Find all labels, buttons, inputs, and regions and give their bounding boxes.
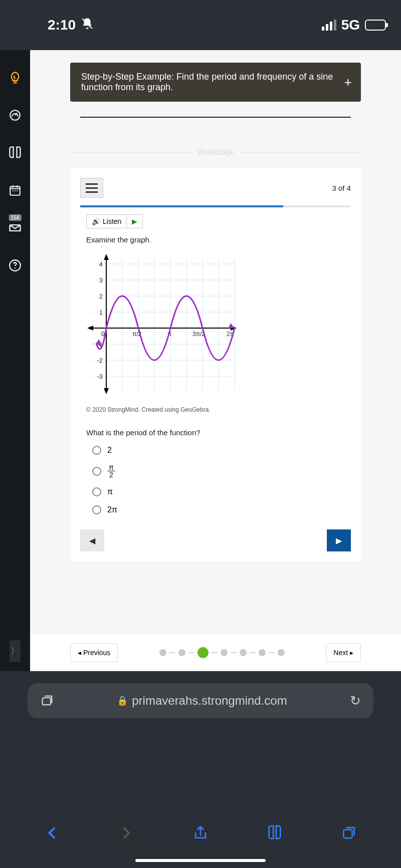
mail-icon[interactable]: 154 xyxy=(8,220,23,235)
svg-text:3: 3 xyxy=(99,277,103,284)
example-header[interactable]: Step-by-Step Example: Find the period an… xyxy=(70,63,361,102)
speaker-icon: 🔊 xyxy=(92,217,100,225)
svg-point-5 xyxy=(17,190,18,191)
status-time: 2:10 xyxy=(48,17,76,33)
workbook-section-label: Workbook xyxy=(70,148,361,157)
svg-rect-46 xyxy=(343,829,352,838)
status-bar: 2:10 5G xyxy=(0,0,401,50)
share-icon[interactable] xyxy=(190,823,211,843)
forward-icon xyxy=(116,823,136,843)
signal-icon xyxy=(322,20,336,31)
svg-text:1: 1 xyxy=(99,309,103,316)
progress-bar xyxy=(80,205,351,207)
previous-button[interactable]: ◂ Previous xyxy=(70,643,118,662)
network-label: 5G xyxy=(341,17,360,33)
divider xyxy=(80,117,351,118)
svg-text:-3: -3 xyxy=(97,373,103,380)
back-icon[interactable] xyxy=(42,823,62,843)
option-b[interactable]: π2 xyxy=(92,464,351,478)
browser-url-bar[interactable]: 🔒 primaverahs.strongmind.com ↻ xyxy=(28,683,373,718)
bookmarks-icon[interactable] xyxy=(265,823,285,843)
book-icon[interactable] xyxy=(8,145,23,160)
lock-icon: 🔒 xyxy=(117,695,128,706)
svg-marker-30 xyxy=(87,326,93,331)
option-d[interactable]: 2π xyxy=(92,505,351,514)
bell-off-icon xyxy=(81,17,94,34)
question-text: What is the period of the function? xyxy=(86,428,351,437)
listen-button[interactable]: 🔊Listen ▶ xyxy=(86,214,143,228)
option-a[interactable]: 2 xyxy=(92,446,351,455)
sine-graph: 4321 -1-2-3 0 π/2π3π/22π xyxy=(86,249,351,401)
svg-text:-2: -2 xyxy=(97,357,103,364)
gauge-icon[interactable] xyxy=(8,108,23,123)
next-button[interactable]: Next ▸ xyxy=(326,643,361,662)
example-title: Step-by-Step Example: Find the period an… xyxy=(81,72,333,92)
lightbulb-icon[interactable] xyxy=(8,70,23,85)
svg-point-7 xyxy=(15,267,16,268)
plus-icon: + xyxy=(344,75,352,90)
content-area: Step-by-Step Example: Find the period an… xyxy=(30,50,401,671)
page-counter: 3 of 4 xyxy=(332,184,351,192)
play-icon: ▶ xyxy=(126,215,142,228)
svg-text:4: 4 xyxy=(99,261,103,268)
copyright-text: © 2020 StrongMind. Created using GeoGebr… xyxy=(86,406,351,413)
calendar-icon[interactable] xyxy=(8,183,23,198)
pager-row: ◂ Previous Next ▸ xyxy=(30,634,401,671)
menu-button[interactable] xyxy=(80,178,103,198)
workbook-card: 3 of 4 🔊Listen ▶ Examine the graph. xyxy=(70,168,361,561)
tabs-icon[interactable] xyxy=(40,694,54,708)
left-rail: 154 〉 xyxy=(0,50,30,671)
svg-point-3 xyxy=(13,190,14,191)
workbook-prev-button[interactable]: ◀ xyxy=(80,529,104,551)
svg-marker-28 xyxy=(104,388,109,394)
reload-icon[interactable]: ↻ xyxy=(350,693,361,709)
battery-icon xyxy=(365,20,386,31)
svg-marker-27 xyxy=(104,254,109,260)
help-icon[interactable] xyxy=(8,258,23,273)
svg-marker-43 xyxy=(229,323,235,328)
url-text: primaverahs.strongmind.com xyxy=(132,694,287,708)
instruction-text: Examine the graph. xyxy=(86,235,351,244)
option-c[interactable]: π xyxy=(92,487,351,496)
rail-expand-button[interactable]: 〉 xyxy=(10,640,21,662)
svg-rect-45 xyxy=(43,698,51,705)
svg-point-4 xyxy=(15,190,16,191)
svg-text:2: 2 xyxy=(99,293,103,300)
workbook-next-button[interactable]: ▶ xyxy=(327,529,351,551)
mail-badge: 154 xyxy=(9,214,22,221)
home-indicator[interactable] xyxy=(135,859,266,862)
tabs-button-icon[interactable] xyxy=(339,823,359,843)
page-dots[interactable] xyxy=(159,647,285,658)
